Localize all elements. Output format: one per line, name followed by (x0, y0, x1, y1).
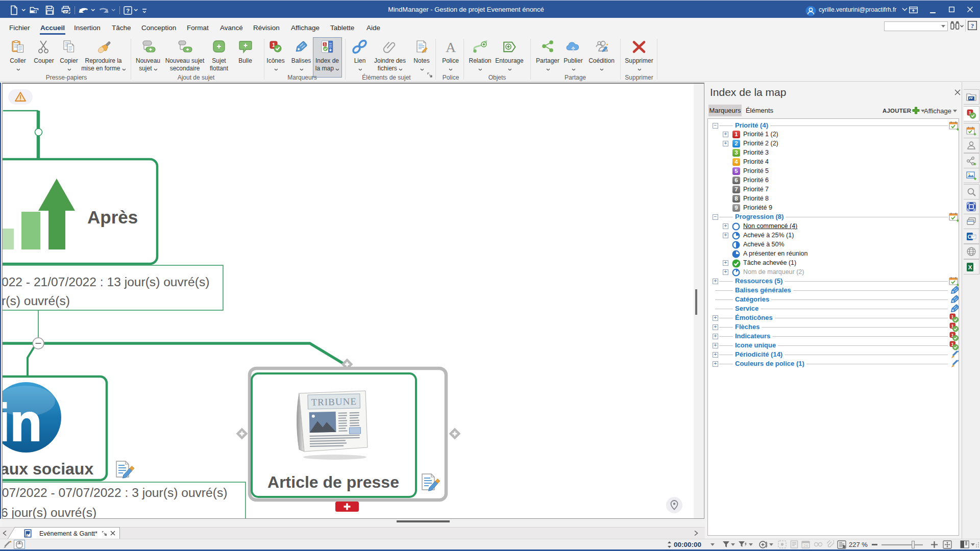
svg-text:?: ? (126, 8, 130, 14)
svg-text:?: ? (971, 22, 974, 30)
svg-text:022 - 21/07/2022 : 13 jour(s): 022 - 21/07/2022 : 13 jour(s) ouvré(s) (3, 275, 209, 289)
svg-text:/07/2022 - 07/07/2022 : 3 jour: /07/2022 - 07/07/2022 : 3 jour(s) ouvré(… (3, 486, 227, 499)
svg-text:24: 24 (803, 543, 807, 548)
svg-text:X: X (968, 264, 972, 270)
svg-text:A: A (445, 40, 456, 54)
svg-text:in: in (3, 393, 42, 452)
svg-text:6 jour(s) ouvré(s): 6 jour(s) ouvré(s) (3, 506, 96, 519)
svg-text:r(s) ouvré(s): r(s) ouvré(s) (3, 294, 70, 308)
svg-text:TRIBUNE: TRIBUNE (311, 396, 357, 408)
svg-text:Article de presse: Article de presse (267, 473, 399, 491)
svg-text:aux sociaux: aux sociaux (3, 460, 93, 478)
svg-text:Après: Après (87, 207, 138, 227)
svg-text:1: 1 (324, 42, 326, 46)
